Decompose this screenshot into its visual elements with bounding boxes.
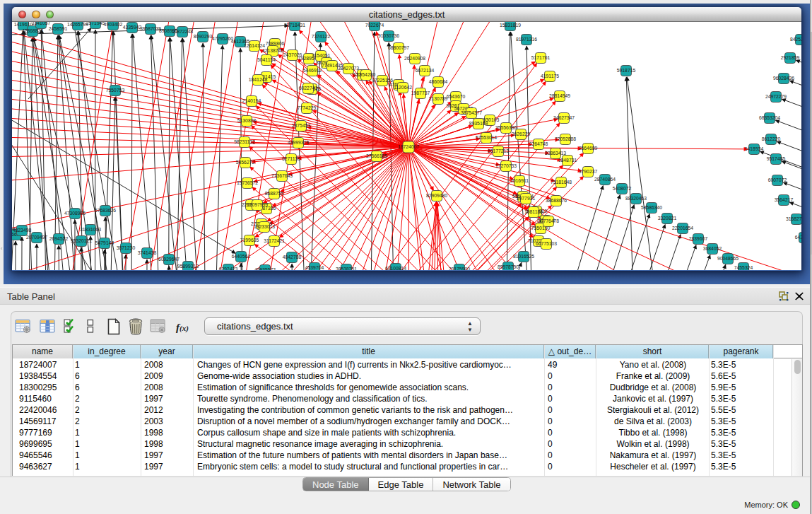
svg-text:15831819: 15831819 — [500, 23, 521, 28]
svg-text:7774229: 7774229 — [298, 105, 317, 110]
svg-text:2016911: 2016911 — [510, 178, 529, 183]
svg-text:7022674: 7022674 — [365, 23, 384, 28]
svg-text:84252722: 84252722 — [790, 37, 801, 42]
svg-text:31682744: 31682744 — [786, 216, 801, 221]
svg-text:63100814: 63100814 — [385, 266, 406, 270]
svg-text:3790237: 3790237 — [579, 169, 598, 174]
svg-text:19233013: 19233013 — [254, 224, 275, 229]
svg-text:5408072: 5408072 — [613, 186, 632, 191]
svg-text:2130789: 2130789 — [429, 96, 448, 101]
svg-text:82909480: 82909480 — [426, 193, 447, 198]
svg-text:75181648: 75181648 — [551, 180, 572, 185]
svg-text:95320121: 95320121 — [71, 238, 92, 243]
svg-text:68353204: 68353204 — [759, 115, 780, 120]
svg-text:91030736: 91030736 — [378, 33, 399, 38]
svg-text:47308985: 47308985 — [64, 211, 86, 216]
svg-text:35556386: 35556386 — [495, 125, 517, 130]
svg-text:28814949: 28814949 — [549, 93, 570, 98]
svg-text:7455324: 7455324 — [734, 265, 753, 270]
svg-text:27566185: 27566185 — [366, 153, 387, 158]
svg-text:7199635: 7199635 — [240, 238, 259, 243]
svg-text:58586340: 58586340 — [641, 205, 662, 210]
svg-text:2694522: 2694522 — [49, 236, 69, 241]
svg-text:90048665: 90048665 — [717, 256, 739, 261]
svg-text:1120642: 1120642 — [394, 85, 412, 90]
svg-text:2564689: 2564689 — [579, 146, 598, 151]
svg-text:14265799: 14265799 — [67, 22, 88, 27]
svg-text:39587039: 39587039 — [140, 26, 161, 31]
svg-text:6438436: 6438436 — [795, 235, 801, 240]
svg-text:31831063: 31831063 — [80, 227, 101, 232]
svg-text:1954280: 1954280 — [357, 72, 376, 77]
svg-text:83863413: 83863413 — [545, 151, 566, 156]
svg-text:8935169: 8935169 — [469, 121, 488, 126]
svg-text:68800797: 68800797 — [388, 45, 409, 50]
svg-text:3684052: 3684052 — [703, 246, 722, 251]
svg-text:9517485: 9517485 — [767, 156, 786, 161]
svg-text:5918715: 5918715 — [617, 68, 636, 73]
svg-text:4191175: 4191175 — [541, 74, 559, 78]
svg-text:26240908: 26240908 — [404, 56, 425, 61]
svg-text:3741438: 3741438 — [138, 250, 157, 255]
svg-text:6271130: 6271130 — [282, 156, 300, 161]
svg-text:44999379: 44999379 — [288, 140, 309, 145]
svg-text:42138745: 42138745 — [262, 48, 283, 53]
svg-text:38688676: 38688676 — [546, 198, 567, 203]
svg-text:5171761: 5171761 — [531, 55, 551, 60]
svg-text:71367643: 71367643 — [271, 173, 293, 178]
svg-text:5446912: 5446912 — [303, 68, 322, 73]
svg-text:2140194: 2140194 — [242, 98, 261, 103]
svg-text:72092888: 72092888 — [555, 136, 576, 141]
svg-text:5479144: 5479144 — [95, 240, 114, 245]
svg-text:24972279: 24972279 — [765, 94, 787, 99]
svg-text:81971316: 81971316 — [516, 37, 537, 42]
svg-text:7350753: 7350753 — [106, 88, 125, 93]
svg-text:47295260: 47295260 — [212, 36, 233, 41]
svg-text:38538251: 38538251 — [336, 267, 357, 270]
svg-text:8688755: 8688755 — [265, 191, 284, 196]
svg-text:2921859: 2921859 — [781, 55, 800, 60]
svg-text:3564217: 3564217 — [775, 197, 794, 202]
svg-text:4903402: 4903402 — [104, 22, 123, 27]
svg-text:12614124: 12614124 — [244, 43, 265, 48]
svg-text:3871230: 3871230 — [117, 245, 136, 250]
svg-text:5130808: 5130808 — [237, 118, 257, 123]
svg-text:57553014: 57553014 — [476, 135, 497, 140]
svg-text:95899313: 95899313 — [177, 264, 199, 269]
svg-text:4842788: 4842788 — [283, 255, 302, 259]
svg-text:77491435: 77491435 — [322, 63, 343, 68]
svg-text:81016525: 81016525 — [513, 254, 534, 259]
svg-text:2264748: 2264748 — [529, 141, 548, 146]
svg-text:6292423: 6292423 — [219, 267, 238, 270]
svg-text:2375453: 2375453 — [292, 123, 311, 128]
svg-text:1981186: 1981186 — [524, 209, 543, 214]
svg-text:4539704: 4539704 — [305, 265, 324, 270]
svg-text:8612220: 8612220 — [762, 136, 781, 141]
svg-text:23718431: 23718431 — [284, 23, 305, 28]
svg-text:4335942: 4335942 — [123, 25, 142, 30]
svg-text:42868828: 42868828 — [22, 28, 43, 33]
svg-text:18724007: 18724007 — [398, 144, 419, 149]
svg-text:96028436: 96028436 — [773, 76, 794, 81]
svg-text:6440561: 6440561 — [232, 254, 251, 259]
svg-text:4823498: 4823498 — [13, 228, 32, 233]
svg-text:19736572: 19736572 — [237, 180, 258, 185]
svg-text:8090293: 8090293 — [194, 34, 213, 39]
svg-text:98231132: 98231132 — [234, 139, 255, 144]
svg-text:1987737: 1987737 — [411, 90, 430, 95]
svg-text:88320463: 88320463 — [625, 196, 647, 201]
svg-text:28740864: 28740864 — [594, 177, 616, 182]
svg-text:1841248: 1841248 — [249, 77, 268, 82]
svg-text:2626229: 2626229 — [512, 132, 531, 136]
svg-text:6543670: 6543670 — [447, 94, 466, 99]
svg-text:5456272: 5456272 — [236, 160, 255, 165]
svg-text:65177213: 65177213 — [488, 148, 509, 153]
svg-text:2839607: 2839607 — [689, 236, 708, 241]
svg-text:5418934: 5418934 — [745, 146, 764, 151]
svg-text:1848731: 1848731 — [558, 158, 577, 163]
svg-text:2571945: 2571945 — [86, 22, 105, 25]
svg-text:6022741: 6022741 — [299, 86, 318, 90]
svg-text:7374122: 7374122 — [312, 34, 331, 39]
svg-text:34627347: 34627347 — [553, 115, 575, 120]
svg-text:6672134: 6672134 — [416, 68, 435, 73]
